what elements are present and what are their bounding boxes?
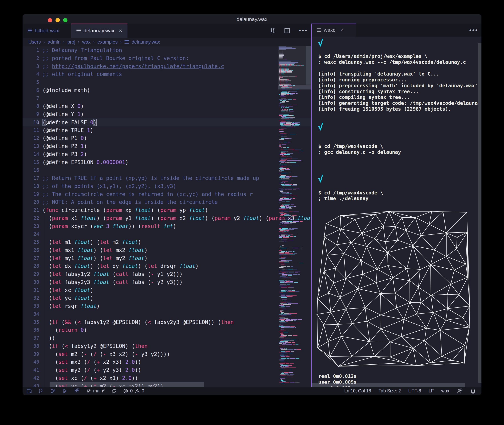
editor-vertical-scrollbar[interactable] [306, 46, 311, 387]
editor-horizontal-scrollbar[interactable] [50, 382, 204, 387]
active-tab-indicator [71, 24, 127, 24]
code-line[interactable]: 5 [23, 78, 311, 86]
code-token: ;; of the points (x1,y1), (x2,y2), (x3,y… [42, 183, 176, 189]
code-line[interactable]: 33 (let rsqr float) [23, 302, 311, 310]
code-line[interactable]: 4;; with original comments [23, 70, 311, 78]
line-number: 39 [23, 350, 39, 358]
tab-hilbert-wax[interactable]: hilbert.wax [23, 24, 71, 38]
code-line[interactable]: 25 (let m1 float) (let m2 float) [23, 238, 311, 246]
code-line[interactable]: 14(@define P3 2) [23, 150, 311, 158]
code-token: (@include math) [42, 87, 90, 93]
waxc-output-panel[interactable]: √$ cd /Users/admin/proj/wax/examples \ ;… [312, 37, 481, 387]
code-line[interactable]: 37 )) [23, 334, 311, 342]
breadcrumb-item[interactable]: proj [67, 39, 75, 45]
code-line[interactable]: 40 (set mx2 (/ (+ x2 x3) 2.0)) [23, 358, 311, 366]
code-line[interactable]: 7 [23, 94, 311, 102]
more-actions-icon[interactable]: ••• [299, 27, 308, 34]
code-token: float [81, 303, 97, 309]
tab-waxc[interactable]: waxc × [312, 24, 356, 37]
code-line[interactable]: 15(@define EPSILON 0.0000001) [23, 158, 311, 166]
code-line[interactable]: 20;; NOTE: A point on the edge is inside… [23, 198, 311, 206]
status-right-items: Ln 10, Col 18 Tab Size: 2 UTF-8 LF wax [344, 388, 481, 394]
code-token: let [100, 239, 109, 245]
code-token: y2 [230, 215, 243, 221]
close-tab-icon[interactable]: × [340, 27, 343, 33]
eol[interactable]: LF [428, 388, 434, 394]
code-line[interactable]: 31 (let xc float) [23, 286, 311, 294]
code-line[interactable]: 39 (set m2 (- (/ (- x3 x2) (- y3 y2)))) [23, 350, 311, 358]
code-line[interactable]: 17;; Return TRUE if a point (xp,yp) is i… [23, 174, 311, 182]
code-line[interactable]: 13(@define P2 1) [23, 142, 311, 150]
code-line[interactable]: 2;; ported from Paul Bourke original C v… [23, 54, 311, 62]
breadcrumb-file[interactable]: delaunay.wax [131, 39, 160, 45]
panel-vertical-scrollbar[interactable] [478, 43, 481, 383]
panel-horizontal-scrollbar[interactable] [312, 383, 465, 387]
code-token: ( [87, 351, 93, 357]
code-link[interactable]: http://paulbourke.net/papers/triangulate… [52, 63, 224, 69]
code-line[interactable]: 8(@define X 0) [23, 102, 311, 110]
run-debug-icon[interactable] [62, 388, 68, 394]
code-token: (@define Y [42, 111, 78, 117]
notifications-bell-icon[interactable] [470, 388, 476, 394]
code-line[interactable]: 12(@define P1 0) [23, 134, 311, 142]
code-line[interactable]: 16 [23, 166, 311, 174]
code-line[interactable]: 18;; of the points (x1,y1), (x2,y2), (x3… [23, 182, 311, 190]
search-icon[interactable] [39, 388, 44, 394]
sync-icon[interactable] [111, 389, 117, 394]
code-line[interactable]: 26 (let mx1 float) (let mx2 float) [23, 246, 311, 254]
panel-more-actions-icon[interactable]: ••• [469, 27, 478, 33]
close-tab-icon[interactable]: × [119, 28, 122, 34]
code-token: ) [84, 135, 87, 141]
problems-indicator[interactable]: 0 0 [123, 388, 144, 394]
breadcrumb-item[interactable]: wax [82, 39, 91, 45]
code-line[interactable]: 36 (return 0) [23, 326, 311, 334]
code-line[interactable]: 28 (let dx float) (let dy float) (let dr… [23, 262, 311, 270]
breadcrumb-item[interactable]: examples [98, 39, 118, 45]
breadcrumb-item[interactable]: admin [48, 39, 60, 45]
code-line[interactable]: 21(func circumcircle (param xp float) (p… [23, 206, 311, 214]
code-line[interactable]: 6(@include math) [23, 86, 311, 94]
code-line[interactable]: 34 [23, 310, 311, 318]
code-line[interactable]: 10(@define FALSE 0) [23, 118, 311, 126]
breadcrumb[interactable]: Users›admin›proj›wax›examples›delaunay.w… [23, 38, 311, 46]
code-line[interactable]: 22 (param x1 float) (param y1 float) (pa… [23, 214, 311, 222]
feedback-icon[interactable] [457, 388, 463, 394]
code-line[interactable]: 9(@define Y 1) [23, 110, 311, 118]
code-line[interactable]: 24 [23, 230, 311, 238]
code-line[interactable]: 1;; Delaunay Triangulation [23, 46, 311, 54]
code-token: ) ( [90, 263, 100, 269]
code-line[interactable]: 29 (let fabsy1y2 float (call fabs (- y1 … [23, 270, 311, 278]
code-line[interactable]: 30 (let fabsy2y3 float (call fabs (- y2 … [23, 278, 311, 286]
code-editor[interactable]: 1;; Delaunay Triangulation2;; ported fro… [23, 46, 311, 387]
code-line[interactable]: 38 (if (< fabsy1y2 @EPSILON) (then [23, 342, 311, 350]
minimap[interactable] [278, 46, 306, 387]
explorer-icon[interactable] [26, 388, 32, 394]
extensions-icon[interactable] [74, 388, 80, 394]
code-token: float [78, 255, 93, 261]
title-bar[interactable]: delaunay.wax [23, 14, 481, 24]
breadcrumb-item[interactable]: Users [28, 39, 41, 45]
code-line[interactable]: 11(@define TRUE 1) [23, 126, 311, 134]
code-line[interactable]: 23 (param xcycr (vec 3 float)) (result i… [23, 222, 311, 230]
source-control-icon[interactable] [50, 388, 56, 394]
open-changes-icon[interactable] [270, 28, 275, 33]
language-mode[interactable]: wax [441, 388, 449, 394]
code-line[interactable]: 41 (set my2 (/ (+ y2 y3) 2.0)) [23, 366, 311, 374]
code-line[interactable]: 35 (if (&& (< fabsy1y2 @EPSILON) (< fabs… [23, 318, 311, 326]
code-token: + [93, 375, 97, 381]
tab-size[interactable]: Tab Size: 2 [379, 388, 401, 394]
tab-delaunay-wax[interactable]: delaunay.wax × [71, 24, 127, 38]
encoding[interactable]: UTF-8 [408, 388, 421, 394]
code-line[interactable]: 27 (let my1 float) (let my2 float) [23, 254, 311, 262]
line-number: 13 [23, 142, 39, 150]
code-token: 1 [87, 127, 90, 133]
code-line[interactable]: 42 (set xc (/ (+ x2 x1) 2.0)) [23, 374, 311, 382]
code-line[interactable]: 32 (let yc float) [23, 294, 311, 302]
code-token: ) [81, 103, 84, 109]
cursor-position[interactable]: Ln 10, Col 18 [344, 388, 371, 394]
code-line[interactable]: 3;; http://paulbourke.net/papers/triangu… [23, 62, 311, 70]
split-editor-icon[interactable] [284, 28, 290, 33]
code-line[interactable]: 19;; The circumcircle centre is returned… [23, 190, 311, 198]
branch-indicator[interactable]: main* [86, 388, 105, 394]
code-token [160, 223, 164, 229]
